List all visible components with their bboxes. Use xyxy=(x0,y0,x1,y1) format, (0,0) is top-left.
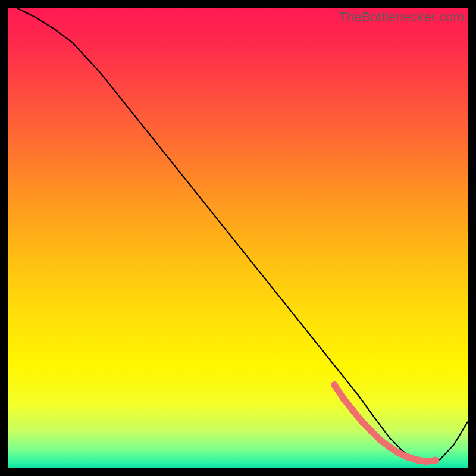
dot xyxy=(414,456,421,464)
dot xyxy=(331,381,338,389)
dot xyxy=(432,457,439,464)
dot xyxy=(340,395,347,402)
dot xyxy=(405,453,412,461)
dot xyxy=(395,449,402,456)
dot xyxy=(423,458,430,465)
chart-frame: TheBottlenecker.com xyxy=(8,8,468,468)
chart-svg xyxy=(8,8,468,468)
dot xyxy=(386,443,393,450)
dot xyxy=(377,437,384,444)
dot xyxy=(349,407,356,414)
dot xyxy=(368,427,375,434)
watermark-text: TheBottlenecker.com xyxy=(339,10,464,25)
gradient-background xyxy=(8,8,468,468)
dot xyxy=(358,418,365,425)
